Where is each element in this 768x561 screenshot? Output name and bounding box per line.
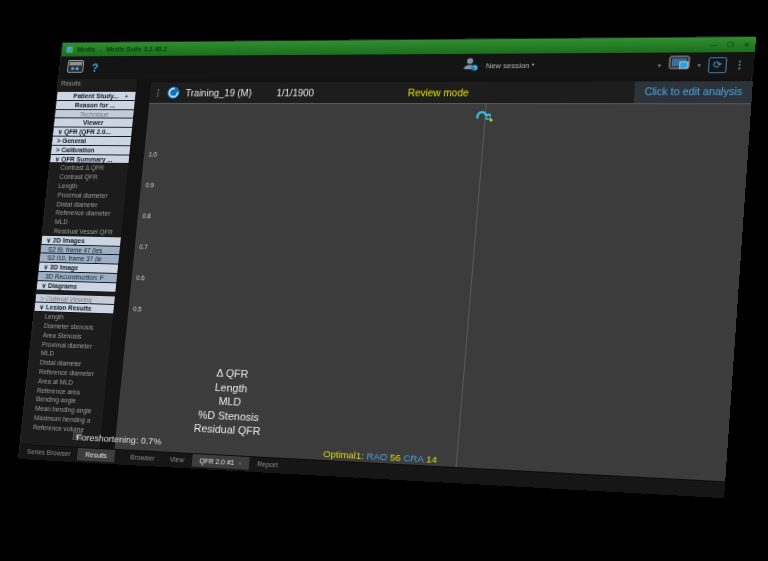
- minimize-button[interactable]: —: [709, 41, 717, 49]
- results-item-technique[interactable]: Technique: [55, 110, 134, 119]
- drag-handle-icon[interactable]: ⋮: [154, 88, 163, 97]
- window-controls: — ❐ ✕: [709, 41, 750, 49]
- snapshot-chevron-down-icon[interactable]: ▾: [697, 61, 701, 68]
- analysis-viewport[interactable]: 1.00.90.80.70.60.5 Δ QFRLengthMLD%D Sten…: [114, 103, 751, 481]
- title-separator: -: [99, 46, 102, 52]
- help-icon[interactable]: ?: [91, 61, 99, 74]
- doc-tab-qfr-2-0-1[interactable]: QFR 2.0 #1×: [191, 454, 250, 470]
- qfr-document-area: ⋮ Training_19 (M) 1/1/1900 Review mode C…: [114, 81, 753, 481]
- results-item-qfr-qfr-2-0[interactable]: ∨ QFR (QFR 2.0...: [53, 128, 132, 137]
- y-axis-tick: 0.5: [128, 305, 142, 312]
- y-axis-tick: 0.9: [141, 182, 155, 189]
- desktop-background: Medis - Medis Suite 3.2.48.2 — ❐ ✕ ? New…: [0, 0, 768, 561]
- doc-tab-browser[interactable]: Browser: [122, 450, 163, 465]
- study-date: 1/1/1900: [276, 87, 314, 97]
- optimal-part: RAO: [363, 450, 387, 462]
- document-header: ⋮ Training_19 (M) 1/1/1900 Review mode C…: [149, 81, 753, 103]
- tab-close-icon[interactable]: ×: [238, 460, 242, 466]
- session-label: New session *: [486, 61, 535, 70]
- qfr-app-icon: [166, 86, 180, 99]
- refresh-session-icon[interactable]: ⟳: [708, 57, 728, 73]
- user-session-icon: [462, 57, 480, 75]
- results-item-reason-for[interactable]: Reason for ...: [56, 101, 135, 110]
- y-axis-tick: 0.6: [131, 274, 145, 281]
- optimal-part: Optimal1:: [323, 448, 365, 461]
- optimal-part: 56: [387, 451, 401, 463]
- optimal-part: 14: [423, 453, 437, 465]
- toolbar-left-group: ?: [66, 59, 99, 76]
- overflow-menu-icon[interactable]: ⋮: [734, 59, 746, 70]
- panel-tab-results[interactable]: Results: [77, 448, 115, 462]
- results-panel-title: Results: [61, 80, 81, 86]
- panel-tab-series-browser[interactable]: Series Browser: [19, 445, 78, 460]
- y-axis-tick: 0.7: [134, 243, 148, 250]
- results-item-calibration[interactable]: > Calibration: [51, 146, 130, 156]
- viewport-divider: [456, 104, 487, 467]
- results-item-general[interactable]: > General: [52, 137, 131, 147]
- chevron-down-icon: ▾: [658, 62, 662, 69]
- results-item-viewer[interactable]: Viewer: [54, 119, 133, 128]
- medis-suite-window: Medis - Medis Suite 3.2.48.2 — ❐ ✕ ? New…: [18, 36, 755, 497]
- close-button[interactable]: ✕: [743, 41, 750, 49]
- sidebar-scroll-up-icon[interactable]: ▲: [124, 93, 129, 99]
- window-title: Medis Suite 3.2.48.2: [106, 46, 167, 53]
- maximize-button[interactable]: ❐: [727, 41, 734, 49]
- toolbar-right-group: New session * ▾ ▾ ⟳ ⋮: [462, 55, 746, 75]
- app-name: Medis: [77, 46, 96, 52]
- doc-tab-view[interactable]: View: [162, 452, 193, 466]
- review-mode-label: Review mode: [407, 87, 469, 98]
- doc-tab-report[interactable]: Report: [249, 457, 286, 472]
- patient-name: Training_19 (M): [185, 87, 252, 97]
- panels-layout-icon[interactable]: [66, 60, 84, 76]
- notification-dot: [489, 119, 492, 122]
- edit-analysis-button[interactable]: Click to edit analysis: [634, 81, 753, 103]
- panel-tabs: Series BrowserResults: [19, 445, 115, 463]
- main-toolbar: ? New session * ▾ ▾ ⟳ ⋮: [59, 52, 755, 79]
- y-axis-tick: 0.8: [138, 212, 152, 219]
- lesion-metric-labels: Δ QFRLengthMLD%D StenosisResidual QFR: [169, 364, 291, 439]
- session-dropdown[interactable]: New session * ▾: [486, 61, 662, 71]
- snapshot-icon[interactable]: [668, 55, 691, 74]
- medis-logo-icon: [66, 46, 73, 52]
- results-tree: Patient Study...Reason for ...TechniqueV…: [21, 92, 135, 439]
- y-axis-tick: 1.0: [144, 151, 158, 158]
- optimal-part: CRA: [400, 452, 424, 464]
